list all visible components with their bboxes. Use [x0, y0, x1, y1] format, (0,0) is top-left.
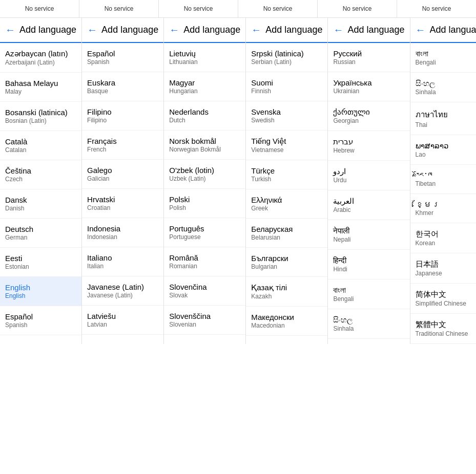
lang-native-name: Română [169, 253, 240, 262]
lang-item[interactable]: РусскийRussian [328, 43, 409, 72]
lang-item[interactable]: Bahasa MelayuMalay [0, 73, 81, 102]
status-segment-5: No service [397, 0, 476, 17]
back-arrow-icon[interactable]: ← [169, 24, 179, 36]
lang-native-name: বাংলা [333, 286, 404, 295]
column-col4: ←Add languageSrpski (latinica)Serbian (L… [246, 18, 328, 344]
lang-item[interactable]: Javanese (Latin)Javanese (Latin) [82, 276, 163, 306]
lang-item[interactable]: ItalianoItalian [82, 247, 163, 276]
lang-english-name: Latvian [87, 321, 158, 328]
lang-item[interactable]: SlovenščinaSlovenian [164, 306, 245, 335]
lang-item[interactable]: DeutschGerman [0, 219, 81, 248]
lang-item[interactable]: Bosanski (latinica)Bosnian (Latin) [0, 102, 81, 131]
lang-item[interactable]: 简体中文Simplified Chinese [410, 284, 476, 314]
status-segment-2: No service [159, 0, 238, 17]
lang-english-name: Tibetan [416, 180, 476, 187]
lang-item[interactable]: ქართულიGeorgian [328, 101, 409, 131]
lang-item[interactable]: LatviešuLatvian [82, 306, 163, 335]
lang-item[interactable]: O'zbek (lotin)Uzbek (Latin) [164, 160, 245, 189]
lang-item[interactable]: MagyarHungarian [164, 72, 245, 101]
lang-english-name: Traditional Chinese [416, 330, 476, 337]
lang-item[interactable]: Srpski (latinica)Serbian (Latin) [246, 43, 327, 72]
lang-item[interactable]: CatalàCatalan [0, 131, 81, 160]
lang-item[interactable]: ČeštinaCzech [0, 160, 81, 189]
lang-item[interactable]: FrançaisFrench [82, 131, 163, 160]
lang-item[interactable]: हिन्दीHindi [328, 250, 409, 279]
lang-english-name: Filipino [87, 117, 158, 124]
lang-item[interactable]: SlovenčinaSlovak [164, 276, 245, 306]
lang-native-name: Български [251, 254, 322, 263]
lang-native-name: Magyar [169, 78, 240, 87]
lang-native-name: 繁體中文 [416, 320, 476, 330]
lang-item[interactable]: ພາສາລາວLao [410, 135, 476, 165]
lang-item[interactable]: नेपालीNepali [328, 220, 409, 250]
lang-item[interactable]: БългарскиBulgarian [246, 248, 327, 277]
lang-native-name: ქართული [333, 107, 404, 117]
lang-item[interactable]: SvenskaSwedish [246, 101, 327, 131]
lang-native-name: Indonesia [87, 224, 158, 233]
lang-native-name: Türkçe [251, 166, 322, 175]
lang-native-name: नेपाली [333, 226, 404, 235]
lang-item[interactable]: සිංහලSinhala [328, 309, 409, 339]
lang-item[interactable]: HrvatskiCroatian [82, 189, 163, 218]
lang-item[interactable]: EuskaraBasque [82, 72, 163, 101]
lang-native-name: Français [87, 137, 158, 145]
lang-item[interactable]: GalegoGalician [82, 160, 163, 189]
back-arrow-icon[interactable]: ← [333, 24, 343, 36]
lang-item[interactable]: PortuguêsPortuguese [164, 218, 245, 247]
lang-item[interactable]: 日本語Japanese [410, 253, 476, 284]
lang-english-name: Danish [5, 205, 76, 212]
lang-english-name: Azerbaijani (Latin) [5, 59, 76, 66]
lang-item[interactable]: ภาษาไทยThai [410, 102, 476, 135]
column-header-5: ←Add language [410, 18, 476, 43]
lang-item[interactable]: 한국어Korean [410, 223, 476, 253]
lang-item[interactable]: Tiếng ViệtVietnamese [246, 131, 327, 160]
lang-item[interactable]: Norsk bokmålNorwegian Bokmål [164, 131, 245, 160]
lang-english-name: Catalan [5, 146, 76, 154]
lang-item[interactable]: বাংলাBengali [328, 279, 409, 309]
lang-english-name: Spanish [87, 58, 158, 66]
lang-item[interactable]: རྫོང་ཁTibetan [410, 165, 476, 194]
lang-item[interactable]: NederlandsDutch [164, 101, 245, 131]
lang-english-name: Belarusian [251, 234, 322, 241]
lang-item[interactable]: EestiEstonian [0, 248, 81, 277]
lang-item[interactable]: EspañolSpanish [82, 43, 163, 72]
lang-native-name: සිංහල [416, 79, 476, 88]
lang-english-name: Polish [169, 204, 240, 211]
back-arrow-icon[interactable]: ← [416, 24, 426, 36]
lang-english-name: Greek [251, 205, 322, 212]
back-arrow-icon[interactable]: ← [87, 24, 97, 36]
lang-item[interactable]: Azərbaycan (latın)Azerbaijani (Latin) [0, 43, 81, 73]
back-arrow-icon[interactable]: ← [5, 24, 15, 36]
lang-item[interactable]: EspañolSpanish [0, 306, 81, 335]
lang-item[interactable]: RomânăRomanian [164, 247, 245, 276]
lang-item[interactable]: ខ្មែរKhmer [410, 194, 476, 223]
lang-item[interactable]: SuomiFinnish [246, 72, 327, 101]
lang-list-0: Azərbaycan (latın)Azerbaijani (Latin)Bah… [0, 43, 81, 335]
lang-item[interactable]: УкраїнськаUkrainian [328, 72, 409, 101]
lang-item[interactable]: EnglishEnglish [0, 277, 81, 306]
lang-item[interactable]: বাংলাBengali [410, 43, 476, 73]
lang-english-name: Italian [87, 263, 158, 270]
column-header-1: ←Add language [82, 18, 163, 43]
lang-item[interactable]: עבריתHebrew [328, 131, 409, 161]
lang-item[interactable]: ΕλληνικάGreek [246, 189, 327, 219]
lang-english-name: Urdu [333, 177, 404, 184]
lang-native-name: Ελληνικά [251, 196, 322, 204]
lang-item[interactable]: БеларускаяBelarusian [246, 219, 327, 248]
lang-item[interactable]: 繁體中文Traditional Chinese [410, 314, 476, 344]
lang-native-name: Čeština [5, 166, 76, 175]
back-arrow-icon[interactable]: ← [251, 24, 261, 36]
lang-item[interactable]: LietuviųLithuanian [164, 43, 245, 72]
lang-item[interactable]: DanskDanish [0, 189, 81, 219]
lang-item[interactable]: සිංහලSinhala [410, 73, 476, 102]
lang-item[interactable]: TürkçeTurkish [246, 160, 327, 189]
lang-item[interactable]: Қазақ тіліKazakh [246, 277, 327, 307]
lang-item[interactable]: IndonesiaIndonesian [82, 218, 163, 247]
lang-item[interactable]: МакедонскиMacedonian [246, 307, 327, 336]
lang-item[interactable]: PolskiPolish [164, 189, 245, 218]
lang-native-name: Slovenščina [169, 312, 240, 320]
lang-item[interactable]: اردوUrdu [328, 161, 409, 190]
lang-item[interactable]: العربيةArabic [328, 190, 409, 220]
lang-english-name: Norwegian Bokmål [169, 146, 240, 153]
lang-item[interactable]: FilipinoFilipino [82, 101, 163, 131]
